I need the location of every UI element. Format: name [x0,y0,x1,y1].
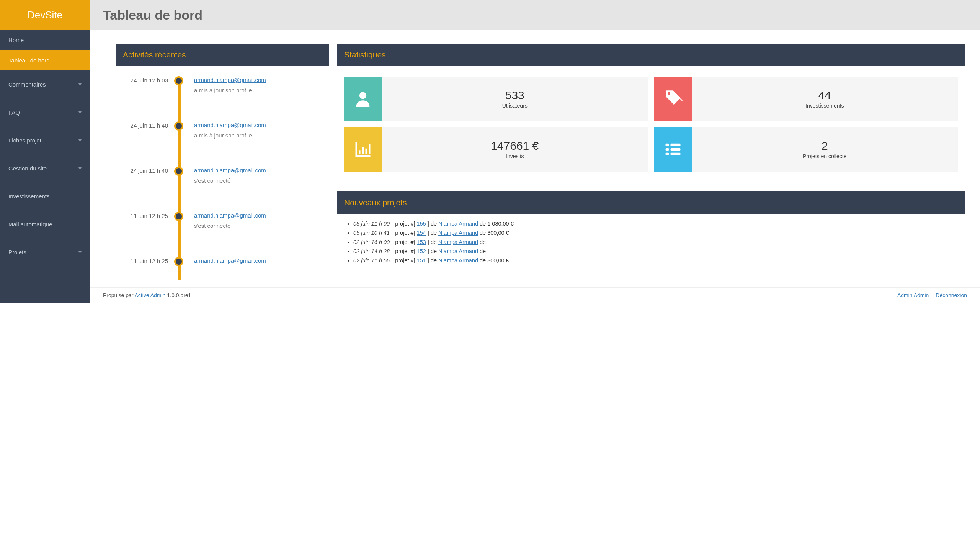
stat-card-investissements[interactable]: 44Investissements [654,77,958,121]
chevron-down-icon [78,167,82,169]
sidebar-item-label: Gestion du site [8,165,47,172]
sidebar-item-projets[interactable]: Projets [0,238,90,266]
sidebar-item-investissements[interactable]: Investissements [0,182,90,210]
sidebar-item-mail-automatique[interactable]: Mail automatique [0,210,90,238]
project-list-item: 02 juin 16 h 00 projet #[ 153 ] de Niamp… [353,239,956,245]
activity-item: 24 juin 11 h 40armand.niampa@gmail.coms'… [123,167,322,190]
new-projects-list: 05 juin 11 h 00 projet #[ 155 ] de Niamp… [337,214,965,270]
stat-card-projets-en-collecte[interactable]: 2Projets en collecte [654,127,958,172]
activity-item: 24 juin 12 h 03armand.niampa@gmail.coma … [123,77,322,100]
statistics-panel: Statistiques 533Utlisateurs44Investissem… [337,44,965,178]
project-author-link[interactable]: Niampa Armand [438,221,478,227]
project-id-link[interactable]: 151 [417,257,426,263]
sidebar-item-gestion-du-site[interactable]: Gestion du site [0,154,90,182]
sidebar-item-faq[interactable]: FAQ [0,98,90,126]
footer-powered-by: Propulsé par Active Admin 1.0.0.pre1 [103,292,191,298]
sidebar-item-home[interactable]: Home [0,30,90,50]
timeline-dot-icon [176,213,182,219]
sidebar: DevSite HomeTableau de bordCommentairesF… [0,0,90,303]
timeline-dot-icon [176,78,182,84]
chevron-down-icon [78,83,82,85]
list-icon [654,127,692,172]
sidebar-item-fiches-projet[interactable]: Fiches projet [0,126,90,154]
recent-activities-panel: Activités récentes 24 juin 12 h 03armand… [116,44,329,287]
activity-time: 24 juin 12 h 03 [123,77,168,100]
stat-card-utlisateurs[interactable]: 533Utlisateurs [344,77,648,121]
project-author-link[interactable]: Niampa Armand [438,257,478,263]
sidebar-item-tableau-de-bord[interactable]: Tableau de bord [0,50,90,70]
project-date: 02 juin 16 h 00 [353,239,390,245]
sidebar-item-label: Investissements [8,193,50,200]
sidebar-item-commentaires[interactable]: Commentaires [0,70,90,98]
project-date: 02 juin 11 h 56 [353,257,390,263]
activity-description: s'est connecté [194,176,271,185]
svg-rect-4 [670,148,680,151]
activity-user-link[interactable]: armand.niampa@gmail.com [194,77,266,83]
sidebar-item-label: Home [8,37,24,43]
new-projects-title: Nouveaux projets [337,191,965,214]
project-date: 05 juin 10 h 41 [353,230,390,236]
project-id-link[interactable]: 154 [417,230,426,236]
project-author-link[interactable]: Niampa Armand [438,230,478,236]
project-list-item: 02 juin 11 h 56 projet #[ 151 ] de Niamp… [353,257,956,263]
stat-value: 147661 € [491,139,539,152]
stat-value: 44 [818,89,831,102]
chevron-down-icon [78,111,82,113]
project-date: 05 juin 11 h 00 [353,221,390,227]
activity-description: a mis à jour son profile [194,86,271,95]
svg-rect-1 [665,144,669,146]
project-amount: 300,00 € [487,230,509,236]
footer-right: Admin Admin Déconnexion [892,292,967,298]
timeline-dot-icon [176,168,182,174]
sidebar-nav: HomeTableau de bordCommentairesFAQFiches… [0,30,90,266]
stat-label: Investis [506,153,524,159]
activity-user-link[interactable]: armand.niampa@gmail.com [194,257,266,264]
footer-user-link[interactable]: Admin Admin [897,292,929,298]
page-title: Tableau de bord [103,8,203,23]
footer-logout-link[interactable]: Déconnexion [936,292,967,298]
stat-label: Investissements [805,103,844,109]
timeline-dot-icon [176,259,182,265]
statistics-title: Statistiques [337,44,965,66]
svg-point-0 [359,92,366,99]
project-id-link[interactable]: 153 [417,239,426,245]
user-icon [344,77,382,121]
sidebar-item-label: FAQ [8,109,20,116]
project-amount: 300,00 € [487,257,509,263]
project-id-link[interactable]: 155 [417,221,426,227]
project-id-link[interactable]: 152 [417,248,426,254]
page-header: Tableau de bord [90,0,980,30]
activity-time: 24 juin 11 h 40 [123,167,168,190]
project-list-item: 02 juin 14 h 28 projet #[ 152 ] de Niamp… [353,248,956,254]
activity-description: s'est connecté [194,221,271,231]
activity-time: 24 juin 11 h 40 [123,122,168,145]
sidebar-item-label: Projets [8,249,26,255]
sidebar-item-label: Mail automatique [8,221,52,227]
stat-value: 2 [822,139,828,152]
new-projects-panel: Nouveaux projets 05 juin 11 h 00 projet … [337,191,965,270]
activity-user-link[interactable]: armand.niampa@gmail.com [194,212,266,219]
brand-logo[interactable]: DevSite [0,0,90,30]
activity-timeline: 24 juin 12 h 03armand.niampa@gmail.coma … [123,77,322,280]
stat-value: 533 [505,89,524,102]
activity-item: 11 juin 12 h 25armand.niampa@gmail.com [123,257,322,280]
recent-activities-title: Activités récentes [116,44,329,66]
stats-grid: 533Utlisateurs44Investissements147661 €I… [344,77,958,172]
timeline-dot-icon [176,123,182,129]
project-author-link[interactable]: Niampa Armand [438,239,478,245]
sidebar-item-label: Tableau de bord [8,57,50,64]
chevron-down-icon [78,139,82,141]
chevron-down-icon [78,251,82,253]
footer-activeadmin-link[interactable]: Active Admin [135,292,166,298]
activity-item: 24 juin 11 h 40armand.niampa@gmail.coma … [123,122,322,145]
stat-card-investis[interactable]: 147661 €Investis [344,127,648,172]
project-amount: 1 080,00 € [487,221,514,227]
project-author-link[interactable]: Niampa Armand [438,248,478,254]
svg-rect-3 [665,148,669,151]
activity-time: 11 juin 12 h 25 [123,212,168,235]
activity-user-link[interactable]: armand.niampa@gmail.com [194,167,266,173]
svg-rect-6 [670,153,680,155]
activity-user-link[interactable]: armand.niampa@gmail.com [194,122,266,128]
sidebar-item-label: Fiches projet [8,137,41,144]
footer: Propulsé par Active Admin 1.0.0.pre1 Adm… [90,287,980,303]
